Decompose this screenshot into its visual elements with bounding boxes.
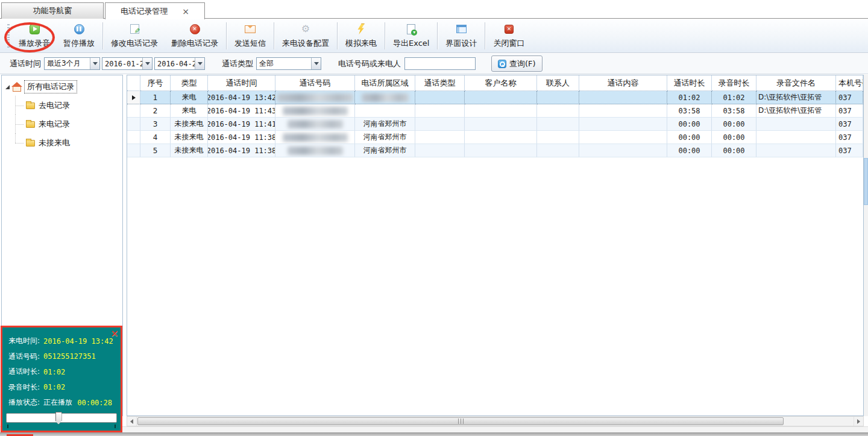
ui-design-button[interactable]: 界面设计 xyxy=(439,19,483,52)
chevron-down-icon[interactable] xyxy=(195,58,204,69)
cell-customer xyxy=(465,144,537,157)
column-header[interactable]: 通话类型 xyxy=(415,75,465,91)
date-from-picker[interactable]: 2016-01-22 xyxy=(102,57,153,70)
cell-local-number: 037 xyxy=(836,144,863,157)
date-to-picker[interactable]: 2016-04-22 xyxy=(154,57,205,70)
edit-call-record-button[interactable]: 修改电话记录 xyxy=(104,19,165,52)
row-marker-cell xyxy=(127,118,140,131)
column-header[interactable]: 联系人 xyxy=(537,75,579,91)
incoming-device-config-button[interactable]: 来电设备配置 xyxy=(275,19,336,52)
delete-call-record-button[interactable]: 删除电话记录 xyxy=(165,19,225,52)
search-button[interactable]: 查询(F) xyxy=(491,55,542,72)
cell-content xyxy=(579,131,667,144)
cell-content xyxy=(579,91,667,104)
column-header[interactable]: 通话时间 xyxy=(208,75,275,91)
status-strip xyxy=(0,426,868,432)
scrollbar-grip-icon xyxy=(458,419,464,424)
cell-call-type xyxy=(415,131,465,144)
search-icon xyxy=(498,60,506,68)
vertical-scrollbar[interactable] xyxy=(864,75,868,416)
toolbar-separator xyxy=(485,22,485,49)
table-row[interactable]: 5 未接来电 2016-04-19 11:38 河南省郑州市 00:00 00:… xyxy=(127,144,863,157)
tab-function-nav[interactable]: 功能导航窗 xyxy=(1,2,104,19)
cell-duration: 00:00 xyxy=(667,118,712,131)
pause-playback-button[interactable]: 暂停播放 xyxy=(57,19,101,52)
table-row[interactable]: 2 来电 2016-04-19 11:43 03:58 03:58 D:\亚拓软… xyxy=(127,104,863,118)
cell-rec-duration: 00:00 xyxy=(712,131,756,144)
cell-region: 河南省郑州市 xyxy=(355,131,415,144)
column-header[interactable]: 本机号码 xyxy=(836,75,863,91)
date-to-value: 2016-04-22 xyxy=(155,60,195,68)
column-header[interactable]: 类型 xyxy=(171,75,208,91)
redacted-number xyxy=(288,147,343,155)
phone-search-input[interactable] xyxy=(404,57,476,70)
horizontal-scrollbar-thumb[interactable] xyxy=(137,417,784,425)
status-label: 播放状态: xyxy=(8,397,40,408)
tree-node-outgoing-records[interactable]: 去电记录 xyxy=(2,96,122,115)
tree-node-missed-calls[interactable]: 未接来电 xyxy=(2,133,122,152)
close-icon[interactable]: ✕ xyxy=(111,328,119,340)
button-label: 暂停播放 xyxy=(63,38,95,49)
tab-call-record-management[interactable]: 电话记录管理 × xyxy=(105,2,205,19)
chevron-down-icon[interactable] xyxy=(90,58,99,69)
column-header[interactable]: 通话时长 xyxy=(667,75,712,91)
playback-progress-slider[interactable] xyxy=(6,413,117,423)
table-row[interactable]: 1 来电 2016-04-19 13:42 01:02 01:02 D:\亚拓软… xyxy=(127,91,863,104)
horizontal-scrollbar[interactable] xyxy=(127,416,864,426)
cell-file xyxy=(756,118,836,131)
lightning-icon xyxy=(357,24,365,34)
scroll-right-arrow[interactable] xyxy=(854,417,863,426)
table-row[interactable]: 3 未接来电 2016-04-19 11:41 河南省郑州市 00:00 00:… xyxy=(127,118,863,131)
simulate-incoming-call-button[interactable]: 模拟来电 xyxy=(339,19,383,52)
tree-node-all-records[interactable]: 所有电话记录 xyxy=(2,75,122,96)
cell-no: 2 xyxy=(140,104,171,118)
field-label: 录音时长: xyxy=(8,382,40,393)
player-status: 播放状态: 正在播放 00:00:28 xyxy=(8,395,121,411)
column-header[interactable]: 序号 xyxy=(140,75,171,91)
status-value: 正在播放 xyxy=(43,397,72,408)
redacted-number xyxy=(283,133,348,142)
cell-no: 4 xyxy=(140,131,171,144)
column-header[interactable]: 通话号码 xyxy=(275,75,355,91)
tree-node-incoming-records[interactable]: 来电记录 xyxy=(2,115,122,133)
vertical-scrollbar-thumb[interactable] xyxy=(864,158,868,205)
row-marker-cell xyxy=(127,131,140,144)
scroll-left-arrow[interactable] xyxy=(127,417,137,426)
column-header[interactable]: 电话所属区域 xyxy=(355,75,415,91)
column-header[interactable]: 客户名称 xyxy=(465,75,537,91)
tab-close-icon[interactable]: × xyxy=(182,7,189,16)
cell-type: 未接来电 xyxy=(171,118,208,131)
cell-contact xyxy=(537,118,579,131)
cell-type: 来电 xyxy=(171,91,208,104)
close-window-button[interactable]: 关闭窗口 xyxy=(486,19,531,52)
column-header[interactable]: 通话内容 xyxy=(579,75,667,91)
row-marker-cell xyxy=(127,104,140,118)
cell-number xyxy=(275,91,355,104)
player-field: 录音时长: 01:02 xyxy=(8,380,121,396)
tree-root-label[interactable]: 所有电话记录 xyxy=(24,80,77,93)
cell-region: 河南省郑州市 xyxy=(355,118,415,131)
slider-thumb[interactable] xyxy=(55,412,62,425)
redacted-region xyxy=(362,93,409,102)
cell-local-number: 037 xyxy=(836,131,863,144)
cell-no: 3 xyxy=(140,118,171,131)
device-config-icon xyxy=(301,24,310,34)
button-label: 模拟来电 xyxy=(345,38,377,49)
cell-duration: 00:00 xyxy=(667,144,712,157)
column-header[interactable]: 录音文件名 xyxy=(756,75,836,91)
cell-rec-duration: 03:58 xyxy=(712,104,756,118)
export-excel-button[interactable]: 导出Excel xyxy=(386,19,436,52)
chevron-down-icon[interactable] xyxy=(142,58,152,69)
cell-file: D:\亚拓软件\亚拓管 xyxy=(756,104,836,118)
send-sms-button[interactable]: 发送短信 xyxy=(228,19,272,52)
chevron-down-icon[interactable] xyxy=(311,58,321,69)
cell-no: 5 xyxy=(140,144,171,157)
time-range-select[interactable]: 最近3个月 xyxy=(44,57,100,70)
column-header[interactable]: 录音时长 xyxy=(712,75,756,91)
cell-time: 2016-04-19 13:42 xyxy=(208,91,275,104)
call-type-select[interactable]: 全部 xyxy=(256,57,321,70)
call-type-value: 全部 xyxy=(257,58,311,69)
tree-expander-icon[interactable] xyxy=(5,85,10,89)
table-row[interactable]: 4 未接来电 2016-04-19 11:38 河南省郑州市 00:00 00:… xyxy=(127,131,863,144)
pause-icon xyxy=(74,24,84,34)
